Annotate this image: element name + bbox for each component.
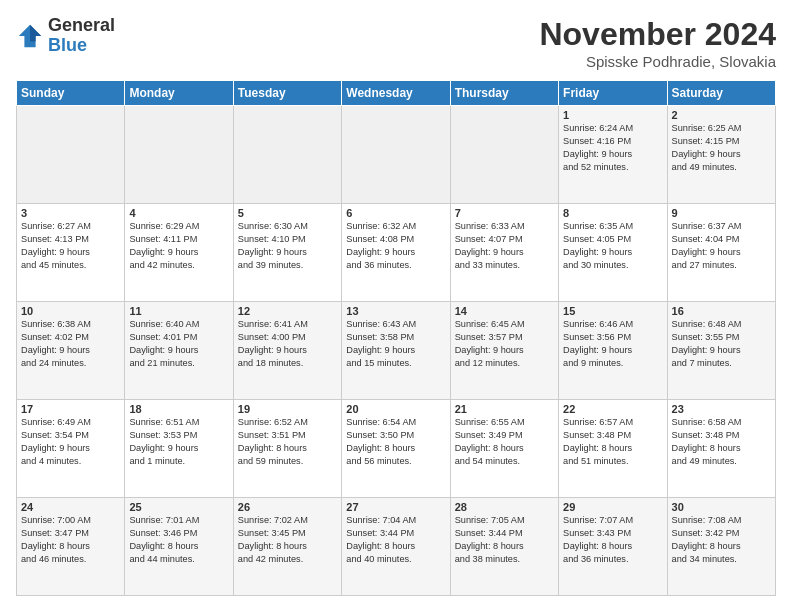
calendar-cell: 5Sunrise: 6:30 AM Sunset: 4:10 PM Daylig… [233, 204, 341, 302]
day-info: Sunrise: 6:35 AM Sunset: 4:05 PM Dayligh… [563, 220, 662, 272]
day-info: Sunrise: 7:02 AM Sunset: 3:45 PM Dayligh… [238, 514, 337, 566]
calendar-cell: 8Sunrise: 6:35 AM Sunset: 4:05 PM Daylig… [559, 204, 667, 302]
day-number: 23 [672, 403, 771, 415]
calendar-table: Sunday Monday Tuesday Wednesday Thursday… [16, 80, 776, 596]
day-number: 7 [455, 207, 554, 219]
day-info: Sunrise: 6:58 AM Sunset: 3:48 PM Dayligh… [672, 416, 771, 468]
calendar-cell: 16Sunrise: 6:48 AM Sunset: 3:55 PM Dayli… [667, 302, 775, 400]
day-info: Sunrise: 6:27 AM Sunset: 4:13 PM Dayligh… [21, 220, 120, 272]
calendar-cell: 4Sunrise: 6:29 AM Sunset: 4:11 PM Daylig… [125, 204, 233, 302]
calendar-week-1: 3Sunrise: 6:27 AM Sunset: 4:13 PM Daylig… [17, 204, 776, 302]
calendar-week-3: 17Sunrise: 6:49 AM Sunset: 3:54 PM Dayli… [17, 400, 776, 498]
logo: General Blue [16, 16, 115, 56]
calendar-week-4: 24Sunrise: 7:00 AM Sunset: 3:47 PM Dayli… [17, 498, 776, 596]
calendar-cell [233, 106, 341, 204]
day-number: 28 [455, 501, 554, 513]
day-number: 25 [129, 501, 228, 513]
day-info: Sunrise: 6:30 AM Sunset: 4:10 PM Dayligh… [238, 220, 337, 272]
calendar-week-2: 10Sunrise: 6:38 AM Sunset: 4:02 PM Dayli… [17, 302, 776, 400]
day-info: Sunrise: 7:04 AM Sunset: 3:44 PM Dayligh… [346, 514, 445, 566]
day-number: 4 [129, 207, 228, 219]
title-block: November 2024 Spisske Podhradie, Slovaki… [539, 16, 776, 70]
calendar-cell: 30Sunrise: 7:08 AM Sunset: 3:42 PM Dayli… [667, 498, 775, 596]
day-info: Sunrise: 6:45 AM Sunset: 3:57 PM Dayligh… [455, 318, 554, 370]
col-saturday: Saturday [667, 81, 775, 106]
calendar-cell: 3Sunrise: 6:27 AM Sunset: 4:13 PM Daylig… [17, 204, 125, 302]
col-wednesday: Wednesday [342, 81, 450, 106]
calendar-cell: 29Sunrise: 7:07 AM Sunset: 3:43 PM Dayli… [559, 498, 667, 596]
day-number: 21 [455, 403, 554, 415]
day-info: Sunrise: 7:05 AM Sunset: 3:44 PM Dayligh… [455, 514, 554, 566]
calendar-cell: 19Sunrise: 6:52 AM Sunset: 3:51 PM Dayli… [233, 400, 341, 498]
day-number: 20 [346, 403, 445, 415]
day-info: Sunrise: 6:51 AM Sunset: 3:53 PM Dayligh… [129, 416, 228, 468]
calendar-cell: 10Sunrise: 6:38 AM Sunset: 4:02 PM Dayli… [17, 302, 125, 400]
day-info: Sunrise: 7:00 AM Sunset: 3:47 PM Dayligh… [21, 514, 120, 566]
calendar-cell [125, 106, 233, 204]
calendar-cell: 26Sunrise: 7:02 AM Sunset: 3:45 PM Dayli… [233, 498, 341, 596]
day-number: 30 [672, 501, 771, 513]
calendar-cell: 9Sunrise: 6:37 AM Sunset: 4:04 PM Daylig… [667, 204, 775, 302]
day-info: Sunrise: 7:01 AM Sunset: 3:46 PM Dayligh… [129, 514, 228, 566]
day-number: 15 [563, 305, 662, 317]
day-number: 16 [672, 305, 771, 317]
day-number: 5 [238, 207, 337, 219]
day-info: Sunrise: 6:24 AM Sunset: 4:16 PM Dayligh… [563, 122, 662, 174]
logo-general-text: General [48, 16, 115, 36]
location-subtitle: Spisske Podhradie, Slovakia [539, 53, 776, 70]
calendar-cell: 12Sunrise: 6:41 AM Sunset: 4:00 PM Dayli… [233, 302, 341, 400]
day-number: 12 [238, 305, 337, 317]
col-monday: Monday [125, 81, 233, 106]
day-number: 8 [563, 207, 662, 219]
day-info: Sunrise: 6:37 AM Sunset: 4:04 PM Dayligh… [672, 220, 771, 272]
day-info: Sunrise: 6:48 AM Sunset: 3:55 PM Dayligh… [672, 318, 771, 370]
calendar-cell: 15Sunrise: 6:46 AM Sunset: 3:56 PM Dayli… [559, 302, 667, 400]
day-number: 3 [21, 207, 120, 219]
calendar-cell: 25Sunrise: 7:01 AM Sunset: 3:46 PM Dayli… [125, 498, 233, 596]
calendar-cell [17, 106, 125, 204]
day-info: Sunrise: 6:52 AM Sunset: 3:51 PM Dayligh… [238, 416, 337, 468]
day-info: Sunrise: 6:32 AM Sunset: 4:08 PM Dayligh… [346, 220, 445, 272]
logo-icon [16, 22, 44, 50]
page: General Blue November 2024 Spisske Podhr… [0, 0, 792, 612]
day-number: 6 [346, 207, 445, 219]
calendar-week-0: 1Sunrise: 6:24 AM Sunset: 4:16 PM Daylig… [17, 106, 776, 204]
day-info: Sunrise: 6:43 AM Sunset: 3:58 PM Dayligh… [346, 318, 445, 370]
day-info: Sunrise: 6:55 AM Sunset: 3:49 PM Dayligh… [455, 416, 554, 468]
day-number: 13 [346, 305, 445, 317]
calendar-cell: 13Sunrise: 6:43 AM Sunset: 3:58 PM Dayli… [342, 302, 450, 400]
day-number: 24 [21, 501, 120, 513]
day-info: Sunrise: 6:38 AM Sunset: 4:02 PM Dayligh… [21, 318, 120, 370]
calendar-body: 1Sunrise: 6:24 AM Sunset: 4:16 PM Daylig… [17, 106, 776, 596]
calendar-cell: 7Sunrise: 6:33 AM Sunset: 4:07 PM Daylig… [450, 204, 558, 302]
calendar-header: Sunday Monday Tuesday Wednesday Thursday… [17, 81, 776, 106]
day-info: Sunrise: 7:07 AM Sunset: 3:43 PM Dayligh… [563, 514, 662, 566]
logo-text: General Blue [48, 16, 115, 56]
calendar-cell: 11Sunrise: 6:40 AM Sunset: 4:01 PM Dayli… [125, 302, 233, 400]
day-number: 26 [238, 501, 337, 513]
calendar-cell: 27Sunrise: 7:04 AM Sunset: 3:44 PM Dayli… [342, 498, 450, 596]
day-info: Sunrise: 6:57 AM Sunset: 3:48 PM Dayligh… [563, 416, 662, 468]
calendar-cell: 21Sunrise: 6:55 AM Sunset: 3:49 PM Dayli… [450, 400, 558, 498]
month-title: November 2024 [539, 16, 776, 53]
col-thursday: Thursday [450, 81, 558, 106]
col-friday: Friday [559, 81, 667, 106]
logo-blue-text: Blue [48, 36, 115, 56]
calendar-cell: 23Sunrise: 6:58 AM Sunset: 3:48 PM Dayli… [667, 400, 775, 498]
day-info: Sunrise: 6:29 AM Sunset: 4:11 PM Dayligh… [129, 220, 228, 272]
calendar-cell: 24Sunrise: 7:00 AM Sunset: 3:47 PM Dayli… [17, 498, 125, 596]
day-number: 27 [346, 501, 445, 513]
header: General Blue November 2024 Spisske Podhr… [16, 16, 776, 70]
day-number: 10 [21, 305, 120, 317]
day-number: 11 [129, 305, 228, 317]
day-number: 9 [672, 207, 771, 219]
calendar-cell: 1Sunrise: 6:24 AM Sunset: 4:16 PM Daylig… [559, 106, 667, 204]
day-info: Sunrise: 7:08 AM Sunset: 3:42 PM Dayligh… [672, 514, 771, 566]
day-number: 2 [672, 109, 771, 121]
day-info: Sunrise: 6:25 AM Sunset: 4:15 PM Dayligh… [672, 122, 771, 174]
calendar-cell: 2Sunrise: 6:25 AM Sunset: 4:15 PM Daylig… [667, 106, 775, 204]
day-number: 14 [455, 305, 554, 317]
day-info: Sunrise: 6:54 AM Sunset: 3:50 PM Dayligh… [346, 416, 445, 468]
calendar-cell: 28Sunrise: 7:05 AM Sunset: 3:44 PM Dayli… [450, 498, 558, 596]
day-info: Sunrise: 6:33 AM Sunset: 4:07 PM Dayligh… [455, 220, 554, 272]
